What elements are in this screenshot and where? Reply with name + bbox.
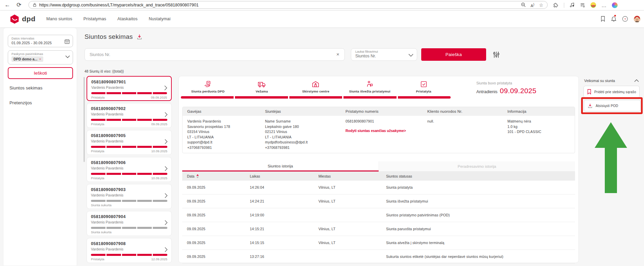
dpd-cube-icon (9, 14, 20, 24)
nav-item-ataskaitos[interactable]: Ataskaitos (117, 17, 138, 21)
step-perduota-dpd: Siunta perduota DPD (181, 80, 235, 93)
show-order-parcels-link[interactable]: Rodyti siuntas esančias užsakyme> (345, 129, 421, 133)
media-icon[interactable] (569, 2, 575, 8)
parcel-date: 09.09.2025 (151, 96, 167, 99)
ieskoti-button[interactable]: Ieškoti (8, 67, 73, 79)
app-nav: dpd Mano siuntos Pristatymas Ataskaitos … (0, 10, 644, 27)
browser-toolbar-icons: … (553, 0, 618, 10)
detail-line: Vardenis Pavardenis (187, 119, 258, 124)
account-select-field[interactable]: Paskyros pasirinkimas DPD demo a... × (8, 50, 73, 64)
history-city: Vilnius, LT (314, 227, 381, 231)
history-time: 14:24:21 (245, 199, 314, 203)
add-to-watchlist-button[interactable]: Pridėti prie stebimų sąrašo (583, 86, 640, 98)
more-icon[interactable]: … (601, 2, 607, 8)
tracking-steps: Siunta perduota DPD Vežama Skirstymo cen… (181, 80, 451, 93)
read-aloud-icon[interactable]: A) (531, 2, 534, 8)
download-pod-button[interactable]: Atsisiųsti POD (584, 100, 641, 111)
url-text[interactable]: https://www.dpdgroup.com/business/LT/myp… (39, 3, 199, 7)
history-date: 09.09.2025 (182, 185, 245, 189)
parcel-card[interactable]: 05818090807908 Vardenis Pavardenis Prist… (87, 238, 172, 263)
details-gavejas: Vardenis Pavardenis Savanoriu prospektas… (183, 116, 260, 150)
extensions-icon[interactable] (553, 2, 559, 8)
date-interval-field[interactable]: Datos intervalas 01.09.2025 - 30.09.2025 (8, 35, 73, 47)
dpd-wordmark: dpd (22, 15, 35, 23)
parcel-card[interactable]: 05818090807901 Vardenis Pavardenis Prist… (87, 76, 172, 101)
parcel-card[interactable]: 05818090807904 Vardenis Pavardenis Siunt… (87, 211, 172, 236)
calendar-icon[interactable] (64, 38, 70, 44)
svg-text:?: ? (624, 17, 626, 21)
zoom-out-icon[interactable] (521, 2, 526, 7)
col-statusas: Siuntos statusas (381, 174, 575, 178)
reload-icon[interactable]: ⟳ (15, 1, 23, 9)
detail-line: Name Surname (265, 119, 339, 124)
history-rows: 09.09.2025 14:26:04 Vilnius, LT Siunta p… (182, 181, 575, 264)
history-row: 09.09.2025 14:26:04 Vilnius, LT Siunta p… (182, 181, 575, 194)
tab-peradresavimo-istorija[interactable]: Peradresavimo istorija (379, 161, 575, 171)
parcel-number: 05818090807903 (91, 187, 167, 192)
actions-panel-header[interactable]: Veiksmai su siunta (584, 79, 639, 83)
parcel-progress-bar (91, 92, 167, 94)
history-status: Siunta išvežta pristatymui (381, 199, 575, 203)
browser-bar: ← ⟳ https://www.dpdgroup.com/business/LT… (0, 0, 644, 10)
parcel-recipient: Vardenis Pavardenis (91, 85, 167, 89)
parcel-date: 10.09.2025 (151, 176, 167, 180)
details-header-informacija: Informacija (503, 107, 575, 116)
chevron-right-icon (165, 193, 168, 198)
history-status: Siuntos pristatymo patvirtinimas (POD) (381, 213, 575, 217)
chip-remove-icon[interactable]: × (39, 57, 41, 61)
download-list-icon[interactable] (136, 34, 143, 40)
parcel-recipient: Vardenis Pavardenis (91, 220, 167, 224)
parcel-card[interactable]: 05818090807906 Vardenis Pavardenis Prist… (87, 157, 172, 182)
bookmark-icon[interactable] (600, 16, 605, 22)
detail-line: +37068793981 (265, 145, 339, 151)
tab-siuntos-istorija[interactable]: Siuntos istorija (182, 161, 379, 171)
history-date: 09.09.2025 (182, 255, 245, 259)
depot-icon (312, 80, 319, 88)
history-tabs: Siuntos istorija Peradresavimo istorija (182, 161, 575, 171)
history-row: 09.09.2025 13:27:16 Sukurta siuntos etik… (182, 250, 575, 264)
dpd-logo[interactable]: dpd (9, 14, 35, 24)
lock-icon (33, 3, 37, 7)
user-avatar[interactable] (634, 16, 641, 23)
history-status: Siunta atvežta į skirstymo terminalą (381, 241, 575, 245)
notifications-bell-icon[interactable] (611, 16, 617, 22)
nav-item-pristatymas[interactable]: Pristatymas (84, 17, 106, 21)
sidebar-item-pretenzijos[interactable]: Pretenzijos (9, 100, 32, 105)
filter-sliders-icon[interactable] (492, 50, 501, 59)
account-chip[interactable]: DPD demo a... × (11, 56, 43, 62)
parcel-status: Siunta sukurta (91, 203, 112, 207)
parcel-card[interactable]: 05818090807902 Vardenis Pavardenis Prist… (87, 103, 172, 128)
bookmark-icon (587, 89, 592, 95)
nav-right-icons: ? (600, 10, 641, 27)
favorite-star-icon[interactable]: ☆ (539, 2, 543, 8)
parcel-card[interactable]: 05818090807905 Vardenis Pavardenis Prist… (87, 130, 172, 155)
detail-line: +37068793981 (187, 145, 258, 151)
sidebar-item-siuntos-sekimas[interactable]: Siuntos sekimas (9, 85, 43, 90)
collections-icon[interactable] (580, 2, 585, 8)
watermelon-extension-icon[interactable] (590, 2, 596, 8)
nav-item-nustatymai[interactable]: Nustatymai (149, 17, 171, 21)
address-bar[interactable]: https://www.dpdgroup.com/business/LT/myp… (28, 1, 548, 9)
download-pod-label: Atsisiųsti POD (596, 104, 618, 108)
field-filter-select[interactable]: Laukai filtravimui Siuntos Nr. (351, 48, 417, 61)
col-data[interactable]: Data (182, 174, 245, 178)
chevron-up-icon[interactable] (634, 79, 639, 82)
history-row: 09.09.2025 14:15:21 Vilnius, LT Siunta p… (182, 222, 575, 236)
list-scrollbar[interactable] (84, 77, 85, 162)
step-label: Skirstymo centre (302, 89, 329, 93)
step-isvezta-pristatymui: Siunta išvežta pristatymui (343, 80, 397, 93)
chevron-down-icon[interactable] (65, 55, 70, 58)
chevron-down-icon (408, 54, 413, 57)
paieska-button[interactable]: Paieška (421, 48, 486, 61)
sort-icon[interactable] (196, 174, 199, 178)
history-city: Vilnius, LT (314, 199, 381, 203)
copilot-icon[interactable] (612, 2, 618, 8)
nav-item-mano-siuntos[interactable]: Mano siuntos (46, 17, 72, 21)
back-icon[interactable]: ← (3, 1, 11, 9)
detail-line: 03154 Vilnius (187, 129, 258, 135)
search-input[interactable] (85, 48, 345, 61)
help-icon[interactable]: ? (622, 16, 628, 22)
parcel-card[interactable]: 05818090807903 Vardenis Pavardenis Siunt… (87, 184, 172, 209)
delivered-text: Siunta buvo pristatyta (476, 81, 536, 85)
clear-icon[interactable]: × (336, 51, 339, 57)
